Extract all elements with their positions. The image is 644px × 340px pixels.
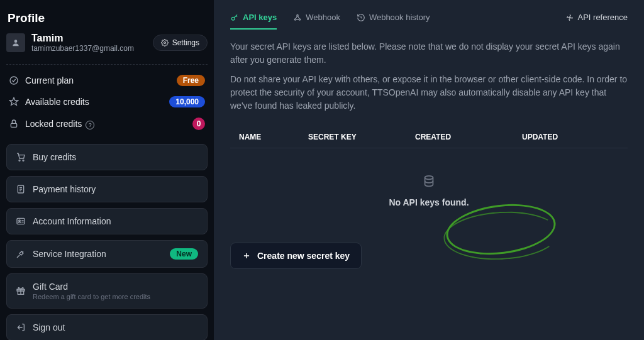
user-name: Tamim xyxy=(31,33,147,44)
plus-icon xyxy=(242,251,251,260)
empty-text: No API keys found. xyxy=(230,197,628,207)
table-header: NAME SECRET KEY CREATED UPDATED xyxy=(230,126,628,148)
svg-point-5 xyxy=(23,160,24,161)
sign-out-label: Sign out xyxy=(33,322,198,332)
svg-rect-7 xyxy=(17,218,25,224)
account-info-button[interactable]: Account Information xyxy=(6,208,208,234)
lock-icon xyxy=(9,119,19,129)
svg-point-12 xyxy=(295,18,296,19)
new-badge: New xyxy=(170,248,198,260)
empty-icon xyxy=(422,175,436,189)
user-info: Tamim tamimzubaer1337@gmail.com xyxy=(31,33,147,53)
tab-webhook-label: Webhook xyxy=(306,13,340,22)
settings-button[interactable]: Settings xyxy=(153,35,208,51)
info-locked-credits: Locked credits ? 0 xyxy=(6,112,208,135)
sign-out-icon xyxy=(16,322,26,332)
info-available-credits: Available credits 10,000 xyxy=(6,91,208,112)
gift-card-sub: Redeem a gift card to get more credits xyxy=(33,293,198,300)
th-updated: UPDATED xyxy=(522,133,616,141)
tab-webhook[interactable]: Webhook xyxy=(293,13,340,30)
plan-badge: Free xyxy=(177,75,205,86)
help-icon[interactable]: ? xyxy=(86,121,94,129)
webhook-icon xyxy=(293,13,302,22)
svg-point-4 xyxy=(19,160,20,161)
description-1: Your secret API keys are listed below. P… xyxy=(230,40,628,67)
th-secret: SECRET KEY xyxy=(308,133,415,141)
tab-webhook-history[interactable]: Webhook history xyxy=(357,13,430,30)
payment-history-button[interactable]: Payment history xyxy=(6,176,208,202)
th-name: NAME xyxy=(239,133,308,141)
gift-card-label: Gift Card Redeem a gift card to get more… xyxy=(33,282,198,300)
svg-point-11 xyxy=(231,17,235,20)
star-icon xyxy=(9,97,19,107)
gift-card-button[interactable]: Gift Card Redeem a gift card to get more… xyxy=(6,273,208,309)
svg-point-8 xyxy=(19,220,21,222)
empty-state: No API keys found. xyxy=(230,175,628,207)
locked-credits-label: Locked credits ? xyxy=(25,119,186,129)
page-title: Profile xyxy=(6,11,208,25)
svg-point-14 xyxy=(297,14,298,16)
api-reference-label: API reference xyxy=(578,13,628,22)
create-secret-key-label: Create new secret key xyxy=(257,251,350,261)
description-2: Do not share your API key with others, o… xyxy=(230,73,628,112)
tab-api-keys-label: API keys xyxy=(243,13,277,22)
locked-badge: 0 xyxy=(192,118,205,130)
tab-api-keys[interactable]: API keys xyxy=(230,13,277,30)
history-icon xyxy=(357,13,365,22)
create-secret-key-button[interactable]: Create new secret key xyxy=(230,243,362,269)
settings-label: Settings xyxy=(172,38,199,47)
svg-point-16 xyxy=(425,176,433,180)
svg-point-1 xyxy=(164,42,165,44)
svg-point-13 xyxy=(299,18,301,19)
service-integration-button[interactable]: Service Integration New xyxy=(6,240,208,268)
info-current-plan: Current plan Free xyxy=(6,70,208,91)
payment-history-label: Payment history xyxy=(33,184,198,194)
api-reference-link[interactable]: API reference xyxy=(565,13,628,30)
user-icon xyxy=(11,38,20,47)
th-created: CREATED xyxy=(415,133,522,141)
svg-rect-3 xyxy=(11,123,16,127)
service-integration-label: Service Integration xyxy=(33,249,163,259)
buy-credits-label: Buy credits xyxy=(33,152,198,162)
user-row: Tamim tamimzubaer1337@gmail.com Settings xyxy=(6,33,208,53)
account-info-label: Account Information xyxy=(33,216,198,226)
svg-point-0 xyxy=(14,40,18,43)
available-credits-label: Available credits xyxy=(25,97,163,107)
id-card-icon xyxy=(16,216,26,226)
key-icon xyxy=(230,13,239,22)
plug-icon xyxy=(16,249,26,259)
svg-point-15 xyxy=(569,16,570,18)
check-circle-icon xyxy=(9,75,19,85)
receipt-icon xyxy=(16,184,26,194)
credits-badge: 10,000 xyxy=(169,96,205,107)
gift-icon xyxy=(16,286,26,296)
svg-point-2 xyxy=(10,77,18,84)
main: API keys Webhook Webhook history API ref… xyxy=(214,0,644,340)
reference-icon xyxy=(565,13,574,22)
tabs: API keys Webhook Webhook history API ref… xyxy=(230,13,628,30)
gear-icon xyxy=(161,39,169,47)
sidebar: Profile Tamim tamimzubaer1337@gmail.com … xyxy=(0,0,214,340)
avatar xyxy=(6,33,25,52)
buy-credits-button[interactable]: Buy credits xyxy=(6,144,208,170)
cart-icon xyxy=(16,152,26,162)
user-email: tamimzubaer1337@gmail.com xyxy=(31,44,147,53)
current-plan-label: Current plan xyxy=(25,75,170,85)
divider xyxy=(6,64,208,65)
tab-webhook-history-label: Webhook history xyxy=(369,13,430,22)
sign-out-button[interactable]: Sign out xyxy=(6,314,208,340)
